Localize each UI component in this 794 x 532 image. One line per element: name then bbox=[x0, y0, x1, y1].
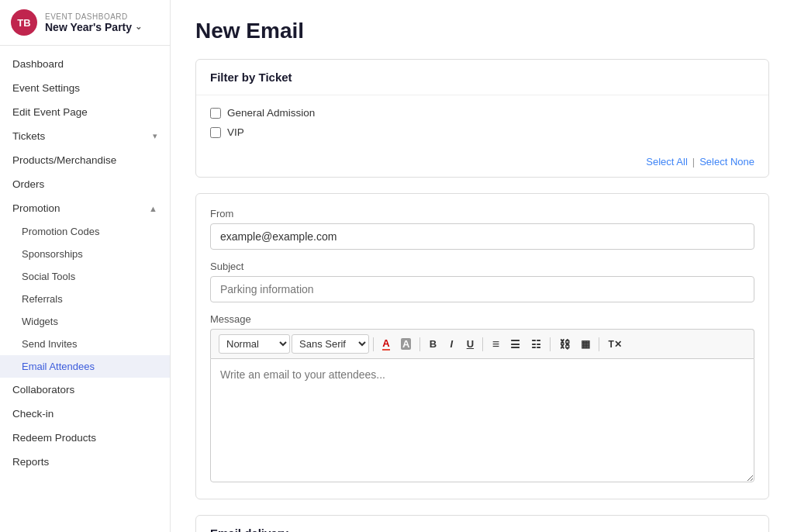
from-input[interactable] bbox=[210, 223, 754, 250]
email-delivery-card: Email delivery Send nowSend later bbox=[195, 515, 769, 532]
sidebar-item-referrals[interactable]: Referrals bbox=[0, 288, 170, 310]
sidebar: TB EVENT DASHBOARD New Year's Party ⌄ Da… bbox=[0, 0, 171, 532]
toolbar-separator bbox=[482, 337, 483, 351]
sidebar-item-widgets[interactable]: Widgets bbox=[0, 310, 170, 333]
sidebar-item-label: Promotion Codes bbox=[22, 226, 99, 237]
sidebar-item-event-settings[interactable]: Event Settings bbox=[0, 76, 170, 100]
avatar: TB bbox=[11, 9, 37, 36]
underline-icon: U bbox=[467, 338, 474, 350]
sidebar-item-sponsorships[interactable]: Sponsorships bbox=[0, 243, 170, 265]
select-none-link[interactable]: Select None bbox=[699, 156, 754, 168]
sidebar-item-email-attendees[interactable]: Email Attendees bbox=[0, 355, 170, 378]
insert-link-button[interactable]: ⛓ bbox=[554, 336, 575, 353]
sidebar-item-label: Social Tools bbox=[22, 271, 75, 282]
style-select[interactable]: NormalHeading 1Heading 2 bbox=[219, 334, 290, 354]
underline-button[interactable]: U bbox=[461, 336, 478, 352]
font-color-icon: A bbox=[382, 337, 389, 351]
email-form-card: From Subject Message NormalHeading 1Head… bbox=[195, 193, 769, 499]
main-content: New Email Filter by Ticket General Admis… bbox=[171, 0, 794, 532]
font-bg-icon: A bbox=[401, 338, 411, 350]
sidebar-item-label: Event Settings bbox=[12, 82, 80, 94]
delivery-title: Email delivery bbox=[210, 527, 754, 532]
sidebar-item-edit-event-page[interactable]: Edit Event Page bbox=[0, 100, 170, 124]
align-button[interactable]: ≡ bbox=[487, 335, 504, 354]
ticket-option-general-admission: General Admission bbox=[210, 103, 754, 123]
sidebar-item-promotion-codes[interactable]: Promotion Codes bbox=[0, 220, 170, 243]
bold-icon: B bbox=[430, 338, 437, 350]
sidebar-header-text: EVENT DASHBOARD New Year's Party ⌄ bbox=[45, 12, 142, 33]
sidebar-item-label: Products/Merchandise bbox=[12, 154, 116, 166]
sidebar-item-tickets[interactable]: Tickets▾ bbox=[0, 124, 170, 148]
sidebar-item-dashboard[interactable]: Dashboard bbox=[0, 52, 170, 76]
align-icon: ≡ bbox=[492, 337, 499, 351]
select-links: Select All | Select None bbox=[196, 150, 768, 177]
toolbar-separator bbox=[550, 337, 551, 351]
ticket-option-vip: VIP bbox=[210, 123, 754, 142]
sidebar-item-label: Send Invites bbox=[22, 338, 78, 350]
sidebar-header: TB EVENT DASHBOARD New Year's Party ⌄ bbox=[0, 0, 170, 46]
ticket-checkbox-general-admission[interactable] bbox=[210, 108, 221, 119]
sidebar-item-redeem-products[interactable]: Redeem Products bbox=[0, 426, 170, 450]
event-dashboard-label: EVENT DASHBOARD bbox=[45, 12, 142, 21]
chevron-down-icon: ⌄ bbox=[135, 22, 142, 32]
message-textarea[interactable] bbox=[210, 358, 754, 482]
sidebar-item-label: Check-in bbox=[12, 408, 54, 420]
sidebar-item-label: Orders bbox=[12, 178, 44, 190]
sidebar-item-orders[interactable]: Orders bbox=[0, 172, 170, 196]
chevron-down-icon: ▾ bbox=[153, 131, 157, 141]
ticket-label-vip: VIP bbox=[227, 126, 244, 138]
sidebar-item-send-invites[interactable]: Send Invites bbox=[0, 333, 170, 355]
italic-button[interactable]: I bbox=[443, 336, 460, 352]
sidebar-nav: DashboardEvent SettingsEdit Event PageTi… bbox=[0, 46, 170, 532]
sidebar-item-social-tools[interactable]: Social Tools bbox=[0, 265, 170, 288]
italic-icon: I bbox=[451, 338, 454, 350]
sidebar-item-label: Edit Event Page bbox=[12, 106, 88, 118]
font-bg-button[interactable]: A bbox=[396, 336, 416, 352]
clear-format-button[interactable]: T✕ bbox=[603, 337, 626, 352]
form-section: From Subject Message NormalHeading 1Head… bbox=[196, 194, 768, 485]
toolbar-separator bbox=[419, 337, 420, 351]
message-group: Message NormalHeading 1Heading 2Sans Ser… bbox=[210, 313, 754, 485]
sidebar-item-label: Dashboard bbox=[12, 58, 64, 70]
bold-button[interactable]: B bbox=[424, 336, 441, 352]
clear-format-icon: T✕ bbox=[608, 339, 621, 350]
select-all-link[interactable]: Select All bbox=[646, 156, 687, 168]
delivery-section: Email delivery Send nowSend later bbox=[196, 516, 768, 532]
toolbar-separator bbox=[373, 337, 374, 351]
ticket-filter-list: General AdmissionVIP bbox=[196, 95, 768, 150]
select-separator: | bbox=[692, 156, 695, 168]
sidebar-item-label: Widgets bbox=[22, 316, 58, 327]
chevron-up-icon: ▲ bbox=[149, 204, 157, 213]
sidebar-item-check-in[interactable]: Check-in bbox=[0, 402, 170, 426]
filter-card-title: Filter by Ticket bbox=[210, 71, 292, 84]
toolbar-separator bbox=[599, 337, 599, 351]
ticket-checkbox-vip[interactable] bbox=[210, 127, 221, 138]
insert-image-button[interactable]: ▦ bbox=[576, 336, 595, 352]
sidebar-item-label: Promotion bbox=[12, 202, 60, 214]
subject-label: Subject bbox=[210, 261, 754, 272]
from-label: From bbox=[210, 208, 754, 219]
sidebar-item-label: Collaborators bbox=[12, 384, 74, 396]
unordered-list-icon: ☷ bbox=[531, 338, 541, 351]
sidebar-item-label: Redeem Products bbox=[12, 432, 96, 444]
sidebar-item-label: Sponsorships bbox=[22, 248, 83, 260]
sidebar-item-label: Tickets bbox=[12, 130, 45, 142]
sidebar-item-label: Referrals bbox=[22, 293, 63, 305]
sidebar-item-collaborators[interactable]: Collaborators bbox=[0, 378, 170, 402]
sidebar-item-promotion[interactable]: Promotion▲ bbox=[0, 196, 170, 220]
from-group: From bbox=[210, 208, 754, 250]
font-select[interactable]: Sans SerifSerifMonospace bbox=[292, 334, 369, 354]
font-color-button[interactable]: A bbox=[378, 335, 395, 353]
insert-link-icon: ⛓ bbox=[559, 338, 570, 351]
filter-by-ticket-card: Filter by Ticket General AdmissionVIP Se… bbox=[195, 59, 769, 178]
sidebar-item-products-merchandise[interactable]: Products/Merchandise bbox=[0, 148, 170, 172]
subject-input[interactable] bbox=[210, 276, 754, 302]
subject-group: Subject bbox=[210, 261, 754, 302]
sidebar-item-reports[interactable]: Reports bbox=[0, 450, 170, 474]
event-name: New Year's Party bbox=[45, 21, 132, 33]
ordered-list-icon: ☰ bbox=[510, 338, 520, 351]
ordered-list-button[interactable]: ☰ bbox=[506, 336, 525, 353]
ticket-label-general-admission: General Admission bbox=[227, 107, 315, 119]
event-name-row[interactable]: New Year's Party ⌄ bbox=[45, 21, 142, 33]
unordered-list-button[interactable]: ☷ bbox=[526, 336, 546, 353]
